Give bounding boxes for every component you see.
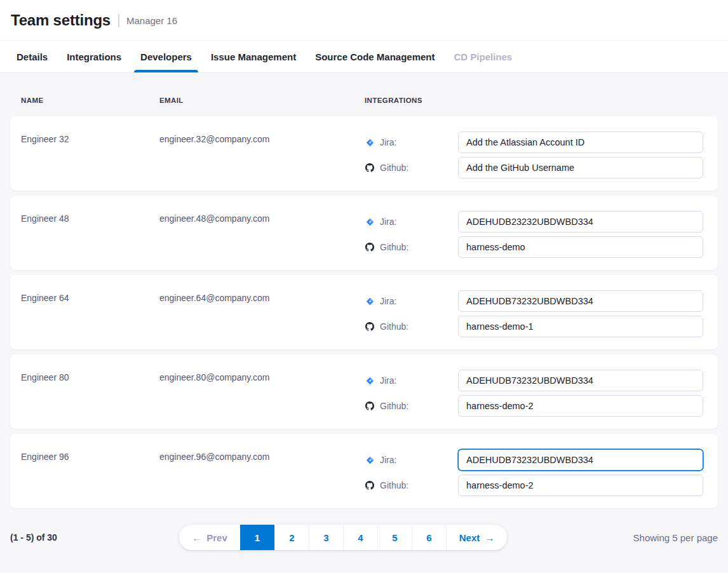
page-title: Team settings	[11, 11, 111, 29]
github-label: Github:	[365, 163, 458, 173]
jira-account-id-input[interactable]	[458, 449, 703, 471]
github-username-input[interactable]	[458, 316, 703, 337]
page-number-button[interactable]: 1	[240, 525, 274, 550]
developer-name: Engineer 96	[21, 452, 159, 496]
integrations-cell: Jira: Github:	[365, 131, 703, 179]
developer-email: engineer.64@company.com	[159, 293, 365, 337]
github-icon	[365, 243, 375, 252]
integrations-cell: Jira: Github:	[365, 449, 703, 496]
github-username-input[interactable]	[458, 236, 703, 258]
tab-bar: Details Integrations Developers Issue Ma…	[0, 41, 728, 73]
github-label: Github:	[365, 321, 458, 332]
tab-developers[interactable]: Developers	[139, 41, 193, 72]
table-row: Engineer 32 engineer.32@company.com Jira…	[10, 116, 718, 191]
table-row: Engineer 48 engineer.48@company.com Jira…	[10, 196, 718, 270]
developer-name: Engineer 48	[21, 214, 159, 258]
github-icon	[365, 322, 375, 331]
page-number-button[interactable]: 6	[412, 525, 446, 550]
page-subtitle: Manager 16	[126, 15, 177, 26]
developer-email: engineer.96@company.com	[159, 452, 365, 496]
github-username-input[interactable]	[458, 395, 703, 417]
developer-name: Engineer 80	[21, 373, 159, 417]
github-icon	[365, 481, 375, 490]
developer-name: Engineer 64	[21, 293, 159, 337]
integrations-cell: Jira: Github:	[365, 211, 703, 258]
tab-source-code-management[interactable]: Source Code Management	[314, 41, 436, 72]
page-number-button[interactable]: 4	[343, 525, 377, 550]
column-header-email: Email	[159, 97, 365, 104]
pagination-range: (1 - 5) of 30	[10, 532, 57, 543]
github-username-input[interactable]	[458, 157, 703, 179]
page-header: Team settings Manager 16	[0, 0, 728, 41]
per-page-label: Showing 5 per page	[633, 532, 718, 543]
integrations-cell: Jira: Github:	[365, 290, 703, 337]
github-username-input[interactable]	[458, 475, 703, 496]
next-page-button[interactable]: Next →	[446, 525, 507, 550]
tab-issue-management[interactable]: Issue Management	[210, 41, 297, 72]
jira-icon	[365, 377, 375, 385]
jira-label: Jira:	[365, 137, 458, 147]
table-header-row: Name Email Integrations	[10, 73, 718, 116]
tab-cd-pipelines: CD Pipelines	[453, 41, 514, 72]
jira-label: Jira:	[365, 455, 458, 465]
table-row: Engineer 96 engineer.96@company.com Jira…	[10, 434, 718, 508]
column-header-name: Name	[21, 97, 159, 104]
title-divider	[118, 14, 119, 27]
tab-integrations[interactable]: Integrations	[65, 41, 123, 72]
developer-email: engineer.80@company.com	[159, 373, 365, 417]
integrations-cell: Jira: Github:	[365, 370, 703, 417]
github-icon	[365, 163, 375, 172]
jira-label: Jira:	[365, 375, 458, 386]
page-number-button[interactable]: 3	[309, 525, 343, 550]
developer-name: Engineer 32	[21, 135, 159, 179]
jira-icon	[365, 138, 375, 147]
developer-email: engineer.32@company.com	[159, 135, 365, 179]
github-label: Github:	[365, 401, 458, 411]
github-label: Github:	[365, 480, 458, 490]
developer-email: engineer.48@company.com	[159, 214, 365, 258]
table-row: Engineer 80 engineer.80@company.com Jira…	[10, 354, 718, 429]
jira-account-id-input[interactable]	[458, 290, 703, 312]
page-number-button[interactable]: 2	[274, 525, 309, 550]
left-arrow-icon: ←	[192, 532, 201, 543]
github-icon	[365, 401, 375, 410]
pager: ← Prev 1 2 3 4 5 6 Next →	[179, 525, 507, 550]
prev-page-button[interactable]: ← Prev	[179, 525, 240, 550]
jira-label: Jira:	[365, 217, 458, 227]
column-header-integrations: Integrations	[365, 97, 703, 104]
jira-account-id-input[interactable]	[458, 370, 703, 391]
table-row: Engineer 64 engineer.64@company.com Jira…	[10, 275, 718, 349]
pagination-bar: (1 - 5) of 30 ← Prev 1 2 3 4 5 6 Next → …	[10, 525, 718, 550]
jira-icon	[365, 218, 375, 226]
jira-icon	[365, 297, 375, 306]
developer-table: Name Email Integrations Engineer 32 engi…	[0, 73, 728, 550]
jira-account-id-input[interactable]	[458, 131, 703, 153]
tab-details[interactable]: Details	[15, 41, 49, 72]
jira-account-id-input[interactable]	[458, 211, 703, 233]
right-arrow-icon: →	[485, 532, 494, 543]
page-number-button[interactable]: 5	[377, 525, 412, 550]
jira-label: Jira:	[365, 296, 458, 306]
github-label: Github:	[365, 242, 458, 252]
jira-icon	[365, 456, 375, 464]
